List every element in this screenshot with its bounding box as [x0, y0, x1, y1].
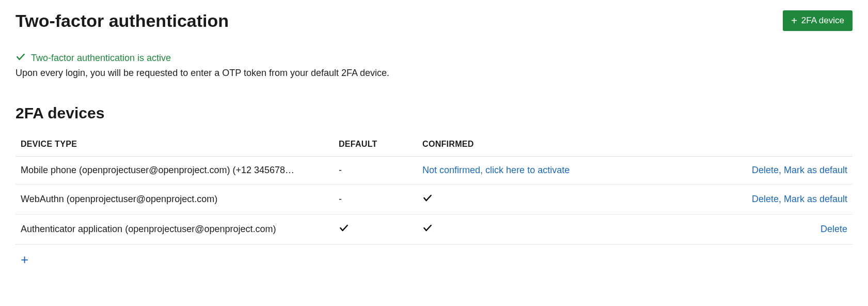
plus-icon: + — [21, 252, 28, 267]
check-icon — [422, 225, 433, 235]
delete-link[interactable]: Delete — [752, 165, 784, 175]
check-icon — [15, 52, 26, 65]
check-icon — [422, 195, 433, 205]
mark-as-default-link[interactable]: Mark as default — [784, 165, 847, 175]
col-header-actions — [685, 132, 853, 157]
table-row: Mobile phone (openprojectuser@openprojec… — [15, 157, 853, 185]
add-2fa-device-button[interactable]: + 2FA device — [783, 10, 853, 31]
plus-icon: + — [791, 16, 797, 26]
mark-as-default-link[interactable]: Mark as default — [784, 194, 847, 204]
status-active: Two-factor authentication is active — [15, 52, 171, 65]
table-row: WebAuthn (openprojectuser@openproject.co… — [15, 185, 853, 215]
device-name[interactable]: WebAuthn (openprojectuser@openproject.co… — [21, 194, 217, 204]
page-title: Two-factor authentication — [15, 11, 229, 31]
add-2fa-device-label: 2FA device — [801, 16, 844, 26]
col-header-confirmed: CONFIRMED — [417, 132, 685, 157]
check-icon — [339, 225, 349, 235]
device-name[interactable]: Authenticator application (openprojectus… — [21, 224, 276, 234]
device-name[interactable]: Mobile phone (openprojectuser@openprojec… — [21, 165, 294, 175]
default-value: - — [339, 194, 342, 204]
status-description: Upon every login, you will be requested … — [15, 68, 853, 79]
delete-link[interactable]: Delete — [752, 194, 784, 204]
section-title: 2FA devices — [15, 104, 853, 122]
delete-link[interactable]: Delete — [820, 224, 847, 234]
col-header-default: DEFAULT — [334, 132, 417, 157]
table-row: Authenticator application (openprojectus… — [15, 215, 853, 244]
col-header-device-type: DEVICE TYPE — [15, 132, 334, 157]
default-value: - — [339, 165, 342, 175]
add-device-plus-button[interactable]: + — [15, 251, 34, 268]
confirm-activate-link[interactable]: Not confirmed, click here to activate — [422, 165, 570, 175]
status-active-text: Two-factor authentication is active — [31, 53, 171, 64]
devices-table: DEVICE TYPE DEFAULT CONFIRMED Mobile pho… — [15, 132, 853, 244]
